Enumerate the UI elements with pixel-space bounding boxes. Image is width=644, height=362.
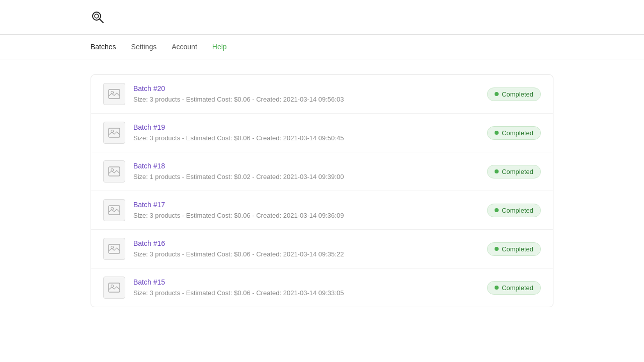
batch-name[interactable]: Batch #19	[133, 123, 479, 131]
batch-row: Batch #17 Size: 3 products - Estimated C…	[91, 191, 553, 230]
nav-settings[interactable]: Settings	[131, 41, 157, 53]
batches-list: Batch #20 Size: 3 products - Estimated C…	[91, 74, 553, 307]
header	[0, 0, 644, 35]
batch-thumbnail	[103, 83, 125, 105]
status-dot	[495, 131, 499, 135]
main-content: Batch #20 Size: 3 products - Estimated C…	[0, 59, 644, 322]
nav-batches[interactable]: Batches	[91, 41, 116, 53]
batch-details: Size: 3 products - Estimated Cost: $0.06…	[133, 96, 344, 103]
batch-name[interactable]: Batch #17	[133, 201, 479, 209]
svg-point-12	[111, 246, 114, 249]
batch-name[interactable]: Batch #16	[133, 239, 479, 247]
svg-point-8	[111, 169, 114, 171]
batch-name[interactable]: Batch #20	[133, 84, 479, 93]
svg-point-14	[111, 285, 114, 288]
batch-thumbnail	[103, 122, 125, 144]
batch-thumbnail	[103, 238, 125, 260]
batch-row: Batch #18 Size: 1 products - Estimated C…	[91, 152, 553, 191]
logo-icon	[91, 10, 105, 24]
batch-info: Batch #19 Size: 3 products - Estimated C…	[133, 123, 479, 142]
status-dot	[495, 208, 499, 212]
batch-thumbnail	[103, 277, 125, 299]
status-badge: Completed	[487, 204, 541, 217]
status-label: Completed	[502, 168, 533, 175]
logo-area	[91, 10, 109, 24]
batch-details: Size: 3 products - Estimated Cost: $0.06…	[133, 212, 344, 219]
batch-name[interactable]: Batch #15	[133, 278, 479, 286]
batch-row: Batch #16 Size: 3 products - Estimated C…	[91, 230, 553, 268]
batch-details: Size: 3 products - Estimated Cost: $0.06…	[133, 134, 344, 142]
batch-info: Batch #16 Size: 3 products - Estimated C…	[133, 239, 479, 258]
status-dot	[495, 286, 499, 290]
batch-row: Batch #20 Size: 3 products - Estimated C…	[91, 75, 553, 114]
batch-details: Size: 3 products - Estimated Cost: $0.06…	[133, 250, 344, 258]
svg-line-1	[100, 19, 103, 23]
nav-help[interactable]: Help	[212, 41, 227, 53]
batch-details: Size: 3 products - Estimated Cost: $0.06…	[133, 289, 344, 297]
status-dot	[495, 92, 499, 96]
status-label: Completed	[502, 207, 533, 214]
status-dot	[495, 247, 499, 251]
batch-name[interactable]: Batch #18	[133, 162, 479, 170]
status-label: Completed	[502, 284, 533, 292]
batch-info: Batch #20 Size: 3 products - Estimated C…	[133, 84, 479, 104]
svg-point-6	[111, 130, 114, 133]
status-label: Completed	[502, 245, 533, 253]
batch-info: Batch #15 Size: 3 products - Estimated C…	[133, 278, 479, 297]
batch-info: Batch #18 Size: 1 products - Estimated C…	[133, 162, 479, 181]
batch-info: Batch #17 Size: 3 products - Estimated C…	[133, 201, 479, 220]
status-badge: Completed	[487, 126, 541, 140]
status-badge: Completed	[487, 165, 541, 178]
status-badge: Completed	[487, 281, 541, 295]
main-nav: Batches Settings Account Help	[0, 35, 644, 59]
svg-point-4	[111, 92, 114, 94]
status-dot	[495, 169, 499, 173]
status-label: Completed	[502, 90, 533, 98]
svg-point-2	[95, 14, 99, 18]
status-label: Completed	[502, 129, 533, 137]
batch-details: Size: 1 products - Estimated Cost: $0.02…	[133, 173, 344, 180]
batch-thumbnail	[103, 160, 125, 183]
status-badge: Completed	[487, 242, 541, 256]
batch-row: Batch #15 Size: 3 products - Estimated C…	[91, 268, 553, 307]
svg-point-10	[111, 208, 114, 210]
status-badge: Completed	[487, 87, 541, 101]
batch-thumbnail	[103, 199, 125, 221]
batch-row: Batch #19 Size: 3 products - Estimated C…	[91, 114, 553, 152]
nav-account[interactable]: Account	[172, 41, 197, 53]
